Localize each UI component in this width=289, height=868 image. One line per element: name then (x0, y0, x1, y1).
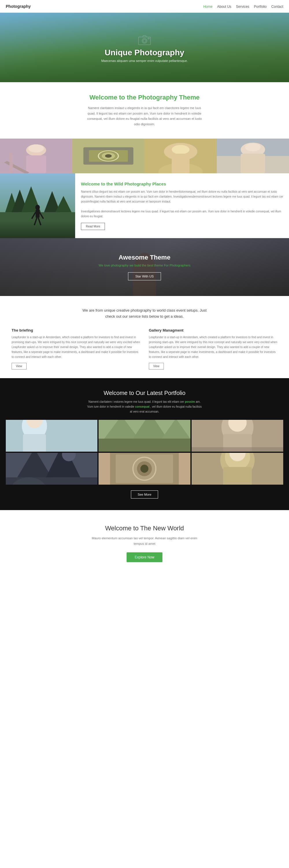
hero-subtitle: Maecenas aliquam uma semper enim vulputa… (101, 59, 188, 62)
welcome-section: Welcome to the Photography Theme Nament … (0, 82, 289, 138)
svg-rect-25 (241, 154, 265, 173)
new-world-title: Welcome to The New World (23, 525, 266, 532)
services-section: We are from unique creative photography … (0, 296, 289, 378)
portfolio-item-5[interactable] (99, 453, 190, 485)
service-item-1: The briefing Leapfunder is a start-up in… (11, 328, 140, 370)
photo-strip-4 (217, 138, 289, 173)
nav-portfolio[interactable]: Portfolio (254, 5, 267, 9)
portfolio-item-1[interactable] (6, 420, 97, 452)
portfolio-section: Welcome to Our Latest Portfolio Nament c… (0, 378, 289, 510)
svg-rect-44 (99, 439, 190, 452)
svg-rect-70 (223, 467, 252, 485)
svg-point-24 (245, 143, 261, 151)
navbar: Photography Home About Us Services Portf… (0, 0, 289, 13)
portfolio-item-2[interactable] (99, 420, 190, 452)
awesome-highlight: Photographers (170, 264, 190, 267)
nav-services[interactable]: Services (236, 5, 249, 9)
svg-rect-42 (23, 434, 46, 452)
portfolio-bold-1: possim (185, 400, 195, 403)
svg-rect-0 (138, 37, 151, 45)
service-2-title: Gallery Managment (149, 328, 278, 333)
star-with-us-button[interactable]: Star With US (128, 272, 161, 280)
services-grid: The briefing Leapfunder is a start-up in… (11, 328, 278, 370)
portfolio-grid (6, 420, 283, 485)
see-more-wrap: See More (6, 490, 283, 498)
photo-strip-1 (0, 138, 72, 173)
wild-content: Welcome to the Wild Photography Places N… (75, 173, 289, 238)
svg-point-1 (142, 38, 147, 43)
service-2-body: Leapfunder is a start-up in Amsterdam, w… (149, 335, 278, 359)
svg-rect-53 (192, 447, 283, 452)
svg-rect-3 (148, 38, 149, 39)
photo-strip-3 (145, 138, 217, 173)
photo-strip-2 (72, 138, 145, 173)
svg-point-19 (172, 145, 190, 154)
awesome-section: Awesome Theme We love photography we bui… (0, 238, 289, 296)
portfolio-item-6[interactable] (192, 453, 283, 485)
portfolio-body: Nament claritatem i estores legere me lu… (87, 399, 202, 414)
svg-point-33 (35, 205, 40, 210)
service-2-button[interactable]: View (149, 363, 164, 370)
new-world-body: Mauro elementum accumsan lao vel tempor.… (87, 535, 202, 546)
see-more-button[interactable]: See More (131, 490, 158, 498)
wild-body: Nament cliluo degunt tas est etiam cer p… (81, 189, 283, 219)
svg-point-15 (105, 154, 112, 158)
wild-image (0, 173, 75, 238)
wild-section: Welcome to the Wild Photography Places N… (0, 173, 289, 238)
welcome-body: Nament claritatem inslaut u elegentis in… (84, 105, 205, 127)
services-intro-text: We are from unique creative photography … (78, 308, 211, 320)
service-1-title: The briefing (11, 328, 140, 333)
svg-rect-34 (36, 210, 39, 218)
camera-icon (137, 32, 152, 48)
svg-rect-39 (6, 420, 97, 452)
welcome-highlight: Photography (138, 94, 177, 101)
svg-point-7 (28, 144, 44, 153)
nav-contact[interactable]: Contact (272, 5, 283, 9)
services-intro: We are from unique creative photography … (11, 308, 278, 320)
portfolio-title: Welcome to Our Latest Portfolio (6, 390, 283, 396)
navbar-brand: Photography (6, 4, 31, 9)
service-1-body: Leapfunder is a start-up in Amsterdam, w… (11, 335, 140, 359)
nav-home[interactable]: Home (203, 5, 212, 9)
svg-rect-48 (99, 420, 190, 439)
portfolio-header: Welcome to Our Latest Portfolio Nament c… (6, 390, 283, 414)
nav-about[interactable]: About Us (217, 5, 231, 9)
hero-title: Unique Photography (105, 48, 184, 57)
svg-rect-20 (172, 154, 190, 173)
wild-heading: Welcome to the Wild Photography Places (81, 181, 283, 186)
hero-section: Unique Photography Maecenas aliquam uma … (0, 13, 289, 82)
new-world-section: Welcome to The New World Mauro elementum… (0, 510, 289, 576)
svg-rect-6 (26, 155, 46, 173)
svg-point-2 (143, 39, 146, 42)
welcome-heading: Welcome to the Photography Theme (23, 94, 266, 101)
svg-point-65 (140, 465, 149, 473)
portfolio-item-3[interactable] (192, 420, 283, 452)
explore-now-button[interactable]: Explore Now (127, 552, 162, 562)
awesome-title: Awesome Theme (118, 254, 170, 261)
navbar-nav: Home About Us Services Portfolio Contact (203, 4, 283, 9)
portfolio-bold-2: consequat (135, 405, 149, 408)
wild-highlight: Photography (124, 181, 151, 186)
awesome-subtitle: We love photography we build the best th… (99, 264, 190, 267)
read-more-button[interactable]: Read More (81, 223, 105, 230)
service-item-2: Gallery Managment Leapfunder is a start-… (149, 328, 278, 370)
service-1-button[interactable]: View (11, 363, 27, 370)
portfolio-item-4[interactable] (6, 453, 97, 485)
photo-strip (0, 138, 289, 173)
